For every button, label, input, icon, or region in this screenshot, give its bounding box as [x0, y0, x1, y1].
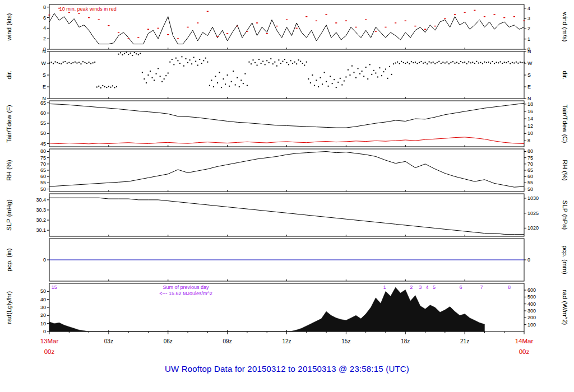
wind-direction-scatter: [71, 63, 72, 64]
wind-direction-scatter: [494, 63, 495, 64]
wind-direction-scatter: [425, 62, 426, 63]
wind-direction-scatter: [110, 87, 111, 88]
wind-direction-scatter: [521, 62, 522, 63]
wind-direction-scatter: [340, 78, 341, 79]
wind-direction-scatter: [274, 62, 275, 63]
wind-direction-scatter: [118, 54, 119, 55]
wind-direction-scatter: [407, 62, 408, 63]
rad-right-tick-label: 300: [527, 308, 536, 314]
wind-direction-scatter: [55, 61, 56, 62]
rh-left-tick-label: 50: [40, 186, 46, 192]
wind-direction-scatter: [488, 62, 489, 63]
wind-right-tick-label: 2: [527, 26, 530, 31]
rh-right-tick-label: 55: [527, 180, 533, 185]
wind-direction-scatter: [189, 59, 191, 60]
rad-annotation: 3: [419, 284, 422, 290]
wind-direction-scatter: [244, 73, 246, 74]
wind-direction-scatter: [261, 63, 262, 64]
rh-frame: [49, 149, 524, 192]
wind-direction-scatter: [130, 53, 131, 54]
wind-direction-scatter: [128, 54, 129, 55]
wind-direction-scatter: [482, 63, 483, 64]
wind-direction-scatter: [375, 73, 376, 74]
wind-direction-scatter: [310, 82, 311, 83]
rad-right-tick-label: 400: [527, 301, 536, 307]
wind-direction-scatter: [413, 62, 414, 63]
wind-direction-scatter: [387, 78, 388, 79]
wind-direction-scatter: [106, 87, 107, 88]
rh-left-tick-label: 80: [40, 148, 46, 154]
wind-direction-scatter: [201, 63, 202, 64]
wind-direction-scatter: [154, 80, 155, 81]
rh-right-tick-label: 75: [527, 155, 533, 161]
rh-left-tick-label: 60: [40, 174, 46, 179]
rad-axis-label-left: rad(Lgly/hr): [6, 291, 12, 324]
wind-direction-scatter: [227, 74, 228, 76]
rad-right-tick-label: 600: [527, 287, 536, 293]
wind-direction-scatter: [179, 63, 180, 64]
wind-direction-scatter: [100, 87, 101, 88]
wind-direction-scatter: [272, 63, 274, 64]
wind-direction-scatter: [334, 79, 335, 80]
wind-direction-scatter: [177, 60, 178, 61]
wind-direction-scatter: [96, 86, 98, 87]
rh-left-tick-label: 65: [40, 167, 46, 173]
wind-direction-scatter: [448, 63, 450, 64]
wind-direction-scatter: [446, 62, 447, 63]
rad-annotation: 7: [480, 284, 483, 290]
dir-right-tick-label: E: [527, 84, 531, 90]
meteogram-svg: 0246801234wind (kts)wind (m/s)10 min. pe…: [0, 0, 574, 360]
wind-direction-scatter: [437, 62, 438, 63]
wind-direction-scatter: [254, 62, 256, 63]
rh-right-tick-label: 50: [527, 186, 533, 192]
wind-direction-scatter: [438, 61, 439, 62]
wind-direction-scatter: [423, 63, 424, 64]
wind-direction-scatter: [215, 76, 216, 77]
pcp-left-tick-label: 0: [43, 257, 46, 263]
wind-direction-scatter: [472, 62, 473, 63]
wind-direction-scatter: [262, 61, 263, 62]
wind-direction-scatter: [496, 62, 497, 63]
wind-direction-scatter: [108, 86, 109, 87]
tair-right-tick-label: 12: [527, 123, 533, 129]
wind-direction-scatter: [416, 63, 418, 64]
wind-direction-scatter: [59, 63, 60, 64]
wind-direction-scatter: [345, 77, 346, 78]
wind-direction-scatter: [239, 86, 240, 87]
tair-frame: [49, 101, 524, 147]
rh-left-tick-label: 75: [40, 155, 46, 161]
wind-direction-scatter: [452, 61, 453, 62]
wind-direction-scatter: [136, 53, 137, 54]
wind-direction-scatter: [381, 75, 382, 76]
wind-direction-scatter: [72, 62, 73, 63]
rad-left-tick-label: 20: [40, 312, 46, 318]
panel-rad: 01020304050100200300400500600rad(Lgly/hr…: [6, 283, 568, 334]
wind-direction-scatter: [114, 87, 115, 88]
wind-direction-scatter: [90, 63, 91, 64]
wind-direction-scatter: [314, 85, 315, 86]
wind-direction-scatter: [395, 63, 396, 64]
wind-direction-scatter: [205, 58, 206, 59]
wind-right-tick-label: 4: [527, 6, 530, 11]
tair-left-tick-label: 50: [40, 130, 46, 136]
rh-right-tick-label: 70: [527, 161, 533, 167]
rad-annotation: <--- 15.62 MJoules/m^2: [159, 291, 212, 296]
wind-direction-scatter: [266, 60, 267, 61]
wind-direction-scatter: [237, 77, 238, 78]
wind-direction-scatter: [294, 62, 295, 63]
wind-direction-scatter: [401, 61, 402, 62]
wind-direction-scatter: [298, 59, 299, 60]
slp-right-tick-label: 1020: [527, 225, 539, 231]
dir-left-tick-label: E: [43, 84, 46, 90]
wind-direction-scatter: [328, 86, 329, 87]
wind-direction-scatter: [430, 62, 432, 63]
wind-direction-scatter: [456, 62, 457, 63]
panel-tair: 455055606581012141618Tair/Tdew (F)Tair/T…: [6, 100, 568, 147]
wind-direction-scatter: [399, 63, 400, 64]
wind-direction-scatter: [389, 66, 390, 67]
wind-direction-scatter: [470, 62, 471, 63]
wind-direction-scatter: [468, 61, 469, 62]
wind-direction-scatter: [320, 77, 321, 78]
wind-direction-scatter: [478, 63, 479, 64]
rad-left-tick-label: 0: [43, 329, 46, 334]
